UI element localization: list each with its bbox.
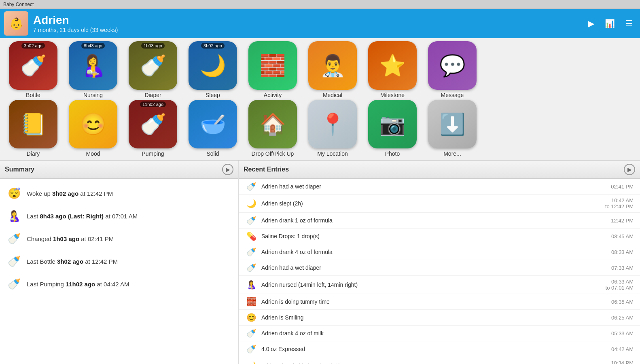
menu-button[interactable]: ☰: [622, 17, 636, 30]
entry-icon: 🍼: [245, 247, 257, 257]
entry-icon: 💊: [245, 231, 257, 241]
icon-label-solid: Solid: [206, 150, 219, 157]
entries-title: Recent Entries: [244, 166, 289, 173]
summary-items: 😴Woke up 3h02 ago at 12:42 PM🤱Last 8h43 …: [0, 179, 238, 298]
entry-time: 10:42 AMto 12:42 PM: [597, 197, 634, 210]
entry-time: 08:45 AM: [597, 233, 634, 239]
icon-label-mood: Mood: [86, 150, 100, 157]
icon-message[interactable]: 💬Message: [424, 41, 481, 98]
entry-row: 🧱Adrien is doing tummy time06:35 AM: [239, 294, 640, 310]
icon-pumping[interactable]: 11h02 ago🍼Pumping: [125, 100, 181, 157]
entry-row: 🌙Adrien slept in his bassinet (5h)10:34 …: [239, 357, 640, 364]
entry-text: Adrien had a wet diaper: [261, 183, 597, 190]
entry-row: 🍼Adrien had a wet diaper02:41 PM: [239, 179, 640, 195]
icon-label-diary: Diary: [27, 150, 40, 157]
entry-row: 🍼4.0 oz Expressed04:42 AM: [239, 341, 640, 357]
entry-time: 06:25 AM: [597, 315, 634, 321]
entry-text: Adrien slept (2h): [261, 200, 597, 207]
entry-text: Saline Drops: 1 drop(s): [261, 233, 597, 239]
icon-label-medical: Medical: [323, 92, 342, 98]
entry-time: 07:33 AM: [597, 265, 634, 271]
entry-icon: 🧱: [245, 297, 257, 307]
icon-label-more: More...: [443, 150, 461, 157]
summary-row: 🍼Last Bottle 3h02 ago at 12:42 PM: [0, 250, 238, 273]
entry-icon: 🍼: [245, 182, 257, 191]
icon-solid[interactable]: 🥣Solid: [184, 100, 241, 157]
icon-medical[interactable]: 👨‍⚕️Medical: [304, 41, 361, 98]
entry-row: 😊Adrien is Smiling06:25 AM: [239, 310, 640, 326]
entry-text: Adrien nursed (14min left, 14min right): [261, 281, 597, 288]
entry-icon: 🍼: [245, 263, 257, 273]
entry-icon: 🌙: [245, 199, 257, 208]
main-content: Summary ▶ 😴Woke up 3h02 ago at 12:42 PM🤱…: [0, 161, 640, 364]
icon-diary[interactable]: 📒Diary: [5, 100, 61, 157]
avatar: 👶: [4, 11, 28, 36]
entry-time: 10:34 PMto 03:34 AM: [597, 360, 634, 364]
app-title: Baby Connect: [3, 2, 34, 7]
entry-time: 06:33 AMto 07:01 AM: [597, 279, 634, 291]
entry-text: Adrien is doing tummy time: [261, 298, 597, 305]
summary-row: 🤱Last 8h43 ago (Last: Right) at 07:01 AM: [0, 205, 238, 227]
icon-sleep[interactable]: 3h02 ago🌙Sleep: [184, 41, 241, 98]
icon-diaper[interactable]: 1h03 ago🍼Diaper: [125, 41, 181, 98]
entries-list: 🍼Adrien had a wet diaper02:41 PM🌙Adrien …: [239, 179, 640, 364]
entry-icon: 🍼: [245, 328, 257, 338]
icon-activity[interactable]: 🧱Activity: [244, 41, 301, 98]
icon-bottle[interactable]: 3h02 ago🍼Bottle: [5, 41, 61, 98]
icon-label-photo: Photo: [385, 150, 400, 157]
entry-row: 💊Saline Drops: 1 drop(s)08:45 AM: [239, 229, 640, 244]
entry-row: 🍼Adrien drank 4 oz of formula08:33 AM: [239, 244, 640, 260]
summary-text: Last Pumping 11h02 ago at 04:42 AM: [27, 281, 232, 288]
summary-text: Woke up 3h02 ago at 12:42 PM: [27, 190, 232, 197]
icon-dropoff[interactable]: 🏠Drop Off/Pick Up: [244, 100, 301, 157]
icon-mood[interactable]: 😊Mood: [65, 100, 121, 157]
summary-icon: 🍼: [6, 254, 22, 269]
icon-label-milestone: Milestone: [380, 92, 405, 98]
summary-row: 😴Woke up 3h02 ago at 12:42 PM: [0, 182, 238, 205]
entry-icon: 😊: [245, 313, 257, 322]
entry-icon: 🍼: [245, 344, 257, 354]
entry-text: Adrien had a wet diaper: [261, 265, 597, 271]
icon-label-location: My Location: [317, 150, 348, 157]
summary-row: 🍼Changed 1h03 ago at 02:41 PM: [0, 227, 238, 250]
entry-row: 🍼Adrien drank 4 oz of milk05:33 AM: [239, 326, 640, 341]
entry-time: 02:41 PM: [597, 184, 634, 190]
summary-icon: 🍼: [6, 276, 22, 292]
summary-arrow[interactable]: ▶: [222, 164, 233, 175]
play-button[interactable]: ▶: [585, 17, 598, 30]
icon-label-message: Message: [441, 92, 464, 98]
entries-header: Recent Entries ▶: [239, 161, 640, 179]
entry-row: 🍼Adrien had a wet diaper07:33 AM: [239, 260, 640, 276]
summary-icon: 😴: [6, 186, 22, 201]
summary-title: Summary: [5, 166, 34, 173]
entry-time: 08:33 AM: [597, 249, 634, 255]
icon-label-diaper: Diaper: [144, 92, 161, 98]
summary-panel: Summary ▶ 😴Woke up 3h02 ago at 12:42 PM🤱…: [0, 161, 239, 364]
summary-icon: 🍼: [6, 231, 22, 246]
titlebar: Baby Connect: [0, 0, 640, 9]
summary-text: Last 8h43 ago (Last: Right) at 07:01 AM: [27, 213, 232, 220]
icon-label-pumping: Pumping: [142, 150, 164, 157]
chart-button[interactable]: 📊: [602, 17, 618, 30]
baby-name: Adrien: [33, 14, 585, 27]
baby-age: 7 months, 21 days old (33 weeks): [33, 27, 585, 33]
icon-photo[interactable]: 📷Photo: [364, 100, 421, 157]
icon-more[interactable]: ⬇️More...: [424, 100, 481, 157]
entry-row: 🍼Adrien drank 1 oz of formula12:42 PM: [239, 213, 640, 229]
summary-row: 🍼Last Pumping 11h02 ago at 04:42 AM: [0, 273, 238, 295]
icon-grid: 3h02 ago🍼Bottle8h43 ago🤱Nursing1h03 ago🍼…: [0, 38, 640, 161]
icon-milestone[interactable]: ⭐Milestone: [364, 41, 421, 98]
entries-arrow[interactable]: ▶: [624, 164, 635, 175]
summary-icon: 🤱: [6, 208, 22, 224]
summary-header: Summary ▶: [0, 161, 238, 179]
entry-icon: 🌙: [245, 361, 257, 364]
icon-label-dropoff: Drop Off/Pick Up: [252, 150, 294, 157]
summary-text: Changed 1h03 ago at 02:41 PM: [27, 235, 232, 242]
icon-nursing[interactable]: 8h43 ago🤱Nursing: [65, 41, 121, 98]
icon-label-sleep: Sleep: [206, 92, 220, 98]
icon-location[interactable]: 📍My Location: [304, 100, 361, 157]
entry-icon: 🤱: [245, 280, 257, 290]
header-controls: ▶ 📊 ☰: [585, 17, 636, 30]
entry-text: Adrien drank 4 oz of milk: [261, 330, 597, 336]
icon-label-bottle: Bottle: [26, 92, 40, 98]
